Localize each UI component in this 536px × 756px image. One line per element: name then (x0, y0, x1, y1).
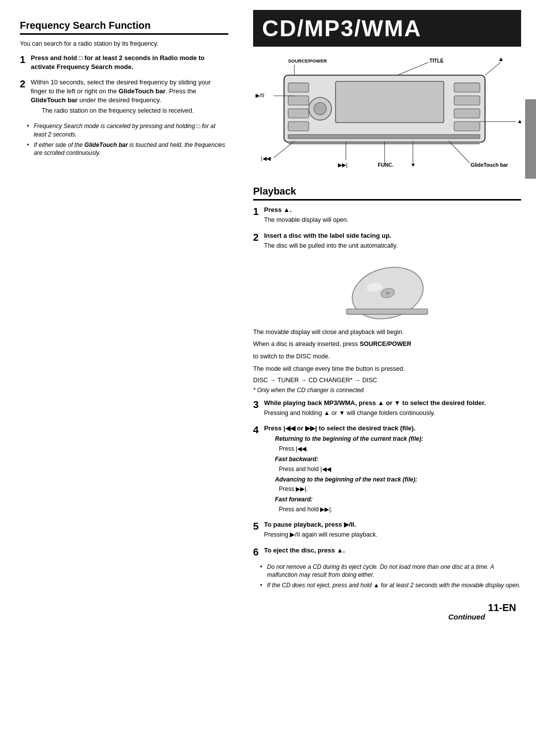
svg-rect-11 (454, 122, 480, 131)
svg-text:▼: ▼ (410, 162, 416, 168)
pb-step-5-text: To pause playback, press ▶/II. (264, 521, 356, 528)
pb-step-6-text: To eject the disc, press ▲. (264, 547, 345, 554)
svg-text:▶▶|: ▶▶| (338, 162, 347, 168)
sub-text-fast-fwd: Press and hold ▶▶|. (279, 505, 521, 514)
pb-step-4-text: Press |◀◀ or ▶▶| to select the desired t… (264, 424, 415, 432)
svg-rect-9 (454, 96, 480, 105)
svg-rect-37 (346, 309, 428, 314)
page-number: 11-EN (488, 600, 516, 623)
sub-text-advance: Press ▶▶|. (279, 485, 521, 493)
freq-search-title: Frequency Search Function (20, 20, 228, 35)
playback-step-6: 6 To eject the disc, press ▲. (253, 546, 521, 558)
step6-bullet-2: If the CD does not eject, press and hold… (260, 581, 521, 590)
cd-mp3-wma-banner: CD/MP3/WMA (253, 10, 521, 47)
svg-line-31 (449, 141, 470, 163)
disc-desc-3: to switch to the DISC mode. (253, 352, 521, 361)
pb-step-2-note: The disc will be pulled into the unit au… (264, 242, 521, 251)
sub-label-advance: Advancing to the beginning of the next t… (275, 476, 521, 484)
pb-step-3-text: While playing back MP3/WMA, press ▲ or ▼… (264, 399, 486, 407)
svg-text:TITLE: TITLE (429, 58, 444, 64)
label-source-power: SOURCE/POWER (288, 59, 327, 64)
svg-text:FUNC.: FUNC. (378, 162, 394, 168)
svg-text:|◀◀: |◀◀ (261, 155, 271, 161)
svg-rect-1 (335, 81, 444, 123)
disc-desc-4: The mode will change every time the butt… (253, 364, 521, 374)
svg-line-23 (274, 141, 295, 157)
svg-rect-3 (288, 96, 309, 105)
pb-step-5-note: Pressing ▶/II again will resume playback… (264, 531, 521, 540)
svg-text:GlideTouch bar: GlideTouch bar (470, 162, 508, 168)
svg-rect-8 (454, 83, 480, 92)
freq-bullet-list: Frequency Search mode is canceled by pre… (27, 122, 228, 157)
bullet-1: Frequency Search mode is canceled by pre… (27, 122, 228, 139)
pb-step-5-num: 5 (253, 520, 264, 532)
disc-desc-1: The movable display will close and playb… (253, 328, 521, 337)
playback-step-2: 2 Insert a disc with the label side faci… (253, 231, 521, 252)
svg-text:▲: ▲ (517, 118, 521, 124)
pb-step-2-text: Insert a disc with the label side facing… (264, 232, 391, 239)
sub-text-return: Press |◀◀. (279, 445, 521, 453)
disc-mode-line: DISC → TUNER → CD CHANGER* → DISC (253, 377, 521, 384)
svg-text:▲: ▲ (498, 56, 504, 63)
playback-step-3: 3 While playing back MP3/WMA, press ▲ or… (253, 399, 521, 419)
step-1: 1 Press and hold □ for at least 2 second… (20, 54, 228, 73)
continued-label: Continued (448, 613, 485, 621)
bottom-bar: Continued 11-EN (253, 600, 521, 623)
side-tab (525, 99, 536, 179)
device-svg: SOURCE/POWER TITLE ▲ ▶/II ▲ |◀◀ ▶▶| (253, 55, 521, 178)
pb-step-3-num: 3 (253, 399, 264, 411)
step6-bullet-1: Do not remove a CD during its eject cycl… (260, 563, 521, 580)
pb-step-4-num: 4 (253, 424, 264, 436)
step6-bullet-list: Do not remove a CD during its eject cycl… (260, 563, 521, 590)
pb-step-2-num: 2 (253, 231, 264, 243)
svg-rect-2 (288, 83, 309, 92)
playback-step-4: 4 Press |◀◀ or ▶▶| to select the desired… (253, 424, 521, 515)
step-2-num: 2 (20, 78, 31, 90)
disc-desc-2: When a disc is already inserted, press S… (253, 340, 521, 349)
svg-line-15 (398, 63, 428, 75)
pb-step-3-note: Pressing and holding ▲ or ▼ will change … (264, 409, 521, 418)
step-2: 2 Within 10 seconds, select the desired … (20, 78, 228, 117)
playback-step-1: 1 Press ▲. The movable display will open… (253, 206, 521, 226)
pb-step-1-num: 1 (253, 206, 264, 217)
sub-text-fast-back: Press and hold |◀◀ (279, 465, 521, 474)
svg-rect-4 (288, 109, 309, 118)
pb-step-1-note: The movable display will open. (264, 216, 521, 225)
device-diagram: SOURCE/POWER TITLE ▲ ▶/II ▲ |◀◀ ▶▶| (253, 55, 521, 180)
svg-line-17 (485, 63, 500, 75)
sub-label-fast-back: Fast backward: (275, 455, 521, 464)
step-1-num: 1 (20, 54, 31, 66)
pb-step-1-text: Press ▲. (264, 206, 292, 213)
playback-title: Playback (253, 186, 521, 201)
freq-intro: You can search for a radio station by it… (20, 40, 228, 49)
sub-label-return: Returning to the beginning of the curren… (275, 435, 521, 443)
svg-point-7 (314, 103, 327, 115)
sub-label-fast-fwd: Fast forward: (275, 495, 521, 504)
svg-text:▶/II: ▶/II (256, 92, 265, 98)
pb-step-6-num: 6 (253, 546, 264, 558)
step-1-text: Press and hold □ for at least 2 seconds … (31, 54, 204, 70)
bullet-2: If either side of the GlideTouch bar is … (27, 141, 228, 158)
playback-step-5: 5 To pause playback, press ▶/II. Pressin… (253, 520, 521, 541)
step-2-text: Within 10 seconds, select the desired fr… (31, 78, 228, 105)
disc-illustration (253, 261, 521, 321)
asterisk-note: * Only when the CD changer is connected (253, 387, 521, 394)
page-suffix: -EN (499, 602, 516, 613)
svg-rect-5 (288, 122, 309, 131)
step-2-note: The radio station on the frequency selec… (42, 107, 228, 116)
svg-rect-10 (454, 109, 480, 118)
svg-rect-12 (288, 135, 480, 138)
